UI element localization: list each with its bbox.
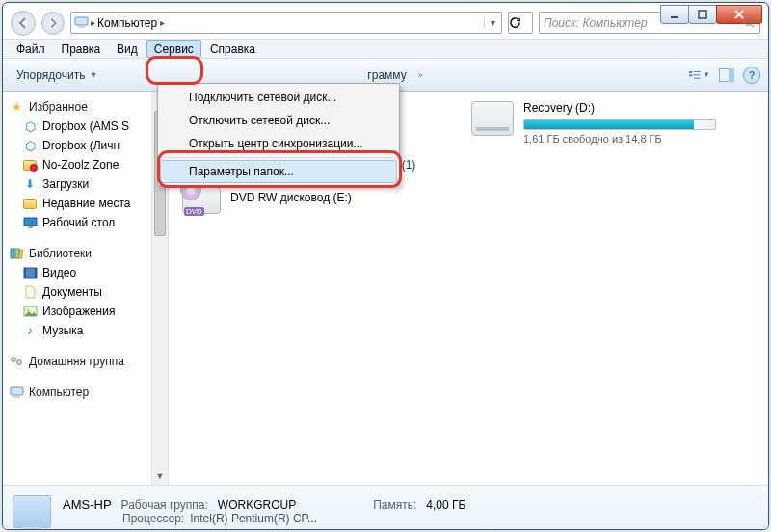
sidebar-item[interactable]: Недавние места bbox=[5, 194, 166, 213]
breadcrumb-dropdown[interactable]: ▾ bbox=[484, 17, 501, 28]
sidebar-item[interactable]: Видео bbox=[5, 263, 166, 282]
dropbox-icon: ⬡ bbox=[22, 119, 38, 134]
breadcrumb[interactable]: ▸ Компьютер ▸ ▾ bbox=[70, 12, 502, 34]
refresh-button[interactable] bbox=[508, 12, 533, 34]
breadcrumb-segment[interactable]: Компьютер ▸ bbox=[95, 16, 171, 30]
homegroup-group[interactable]: Домашняя группа bbox=[5, 352, 166, 371]
svg-rect-0 bbox=[671, 16, 678, 18]
svg-rect-19 bbox=[35, 268, 37, 278]
dvd-name: DVD RW дисковод (E:) bbox=[230, 191, 352, 204]
svg-rect-25 bbox=[13, 396, 20, 398]
drive-d-bar bbox=[523, 119, 716, 130]
chevron-down-icon: ▼ bbox=[89, 70, 97, 80]
video-icon bbox=[22, 265, 38, 280]
drive-d-fill bbox=[524, 120, 694, 129]
svg-rect-3 bbox=[78, 26, 85, 28]
svg-rect-1 bbox=[699, 11, 706, 18]
sidebar-item[interactable]: Изображения bbox=[5, 302, 166, 321]
star-icon: ★ bbox=[9, 99, 24, 115]
desktop-icon bbox=[22, 215, 38, 230]
libraries-group[interactable]: Библиотеки bbox=[5, 244, 166, 263]
sidebar-item[interactable]: ⬇Загрузки bbox=[5, 174, 166, 194]
svg-point-21 bbox=[26, 309, 29, 312]
overflow-chevron[interactable]: » bbox=[418, 70, 423, 80]
music-icon: ♪ bbox=[22, 323, 38, 338]
sidebar-item[interactable]: ⬡Dropbox (Личн bbox=[5, 136, 166, 155]
menu-view[interactable]: Вид bbox=[109, 40, 146, 58]
organize-button[interactable]: Упорядочить ▼ bbox=[11, 66, 103, 85]
navigation-pane: ★Избранное ⬡Dropbox (AMS S ⬡Dropbox (Лич… bbox=[3, 92, 169, 485]
homegroup-icon bbox=[9, 354, 24, 369]
svg-rect-18 bbox=[24, 268, 26, 278]
menu-help[interactable]: Справка bbox=[202, 40, 263, 58]
svg-rect-2 bbox=[75, 17, 88, 25]
svg-rect-7 bbox=[694, 70, 701, 71]
search-icon bbox=[743, 16, 756, 29]
view-mode-button[interactable]: ▼ bbox=[689, 65, 710, 86]
folder-icon bbox=[22, 157, 38, 173]
menu-bar: Файл Правка Вид Сервис Справка bbox=[3, 39, 768, 59]
computer-large-icon bbox=[13, 495, 51, 528]
details-pane: AMS-HP Рабочая группа: WORKGROUP Память:… bbox=[3, 485, 768, 530]
hdd-icon bbox=[471, 101, 514, 136]
dvd-drive-item[interactable]: DVD DVD RW дисковод (E:) bbox=[182, 181, 755, 214]
scroll-down-button[interactable]: ▼ bbox=[152, 468, 168, 485]
drive-d-stat: 1,61 ГБ свободно из 14,8 ГБ bbox=[523, 133, 731, 145]
svg-point-22 bbox=[12, 358, 16, 362]
documents-icon bbox=[22, 284, 38, 300]
svg-point-4 bbox=[745, 18, 752, 25]
computer-icon bbox=[9, 385, 24, 400]
svg-rect-12 bbox=[24, 218, 37, 226]
menu-edit[interactable]: Правка bbox=[54, 40, 109, 58]
menu-separator bbox=[164, 157, 393, 158]
dropbox-icon: ⬡ bbox=[22, 138, 38, 153]
menu-file[interactable]: Файл bbox=[9, 40, 53, 58]
folder-options[interactable]: Параметры папок... bbox=[160, 160, 397, 183]
pictures-icon bbox=[22, 304, 38, 319]
svg-rect-9 bbox=[694, 77, 701, 78]
sidebar-item[interactable]: No-Zoolz Zone bbox=[5, 155, 166, 174]
program-button-partial[interactable]: грамму bbox=[361, 66, 412, 85]
favorites-group[interactable]: ★Избранное bbox=[5, 97, 166, 117]
back-button[interactable] bbox=[11, 11, 36, 36]
sidebar-item[interactable]: Документы bbox=[5, 282, 166, 302]
computer-name: AMS-HP bbox=[63, 497, 112, 512]
search-placeholder: Поиск: Компьютер bbox=[544, 16, 648, 30]
svg-rect-13 bbox=[28, 226, 33, 228]
dvd-icon: DVD bbox=[182, 181, 221, 214]
svg-rect-11 bbox=[729, 68, 734, 82]
maximize-button[interactable] bbox=[688, 5, 717, 24]
svg-rect-24 bbox=[11, 387, 23, 395]
forward-button[interactable] bbox=[41, 12, 65, 35]
libraries-icon bbox=[9, 246, 24, 261]
computer-icon bbox=[71, 16, 91, 29]
chevron-right-icon: ▸ bbox=[160, 17, 165, 28]
svg-rect-16 bbox=[18, 250, 22, 258]
sidebar-item[interactable]: ⬡Dropbox (AMS S bbox=[5, 117, 166, 136]
disconnect-network-drive[interactable]: Отключить сетевой диск... bbox=[160, 109, 397, 132]
sidebar-item[interactable]: ♪Музыка bbox=[5, 321, 166, 340]
drive-d-name: Recovery (D:) bbox=[523, 101, 731, 115]
computer-group[interactable]: Компьютер bbox=[5, 383, 166, 402]
explorer-window: ▸ Компьютер ▸ ▾ Поиск: Компьютер Файл Пр… bbox=[2, 2, 769, 530]
sidebar-item[interactable]: Рабочий стол bbox=[5, 213, 166, 232]
svg-rect-8 bbox=[694, 74, 701, 75]
svg-rect-14 bbox=[11, 249, 14, 258]
minimize-button[interactable] bbox=[660, 5, 689, 24]
preview-pane-button[interactable] bbox=[716, 65, 737, 86]
svg-point-23 bbox=[17, 360, 22, 365]
tools-dropdown: Подключить сетевой диск... Отключить сет… bbox=[157, 83, 400, 186]
drive-d-item[interactable]: Recovery (D:) 1,61 ГБ свободно из 14,8 Г… bbox=[471, 101, 731, 145]
address-bar-row: ▸ Компьютер ▸ ▾ Поиск: Компьютер bbox=[3, 7, 768, 39]
map-network-drive[interactable]: Подключить сетевой диск... bbox=[160, 86, 397, 109]
open-sync-center[interactable]: Открыть центр синхронизации... bbox=[160, 132, 397, 155]
help-button[interactable]: ? bbox=[743, 66, 760, 84]
downloads-icon: ⬇ bbox=[22, 176, 38, 192]
menu-tools[interactable]: Сервис bbox=[146, 40, 201, 58]
recent-icon bbox=[22, 196, 38, 211]
svg-rect-5 bbox=[689, 70, 692, 72]
svg-rect-6 bbox=[689, 74, 692, 76]
